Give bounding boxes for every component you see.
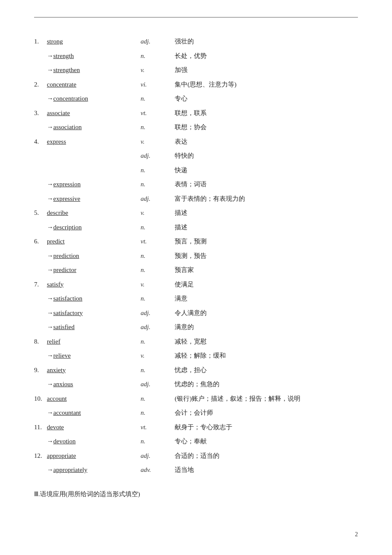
deriv-word[interactable]: →devotion	[47, 434, 141, 449]
entry-pos: adj.	[141, 149, 175, 163]
entry-pos: v.	[141, 135, 175, 149]
vocabulary-table: 1.strongadj.强壮的→strengthn.长处，优势→strength…	[34, 35, 358, 477]
deriv-word[interactable]: →satisfied	[47, 320, 141, 335]
deriv-word[interactable]: →satisfaction	[47, 292, 141, 306]
table-row: →expressiveadj.富于表情的；有表现力的	[34, 192, 358, 206]
entry-word[interactable]: predict	[47, 234, 141, 249]
entry-word[interactable]: relief	[47, 335, 141, 349]
deriv-word[interactable]: →strengthen	[47, 63, 141, 78]
table-row: →satisfactionn.满意	[34, 292, 358, 306]
entry-meaning: 特快的	[175, 149, 358, 163]
entry-pos: v.	[141, 278, 175, 292]
page-number: 2	[355, 531, 358, 538]
deriv-empty	[34, 377, 47, 392]
entry-word[interactable]: describe	[47, 206, 141, 220]
entry-number: 7.	[34, 278, 47, 292]
table-row: 10.accountn.(银行)账户；描述，叙述；报告；解释，说明	[34, 392, 358, 406]
entry-number: 3.	[34, 106, 47, 121]
deriv-empty	[34, 192, 47, 206]
table-row: →concentrationn.专心	[34, 92, 358, 106]
deriv-pos: n.	[141, 92, 175, 106]
entry-pos: adj.	[141, 35, 175, 49]
entry-word[interactable]: appropriate	[47, 449, 141, 463]
entry-word[interactable]: strong	[47, 35, 141, 49]
deriv-pos: n.	[141, 249, 175, 263]
entry-pos: vi.	[141, 78, 175, 92]
table-row: 12.appropriateadj.合适的；适当的	[34, 449, 358, 463]
deriv-empty	[34, 63, 47, 78]
deriv-empty	[34, 249, 47, 263]
deriv-word[interactable]: →concentration	[47, 92, 141, 106]
entry-pos: n.	[141, 163, 175, 178]
deriv-empty	[34, 49, 47, 64]
entry-number: 2.	[34, 78, 47, 92]
deriv-empty	[34, 406, 47, 420]
deriv-pos: n.	[141, 434, 175, 449]
deriv-pos: n.	[141, 177, 175, 192]
deriv-empty	[34, 349, 47, 363]
entry-word[interactable]: devote	[47, 420, 141, 435]
deriv-meaning: 富于表情的；有表现力的	[175, 192, 358, 206]
table-row: →strengthn.长处，优势	[34, 49, 358, 64]
deriv-meaning: 满意	[175, 292, 358, 306]
deriv-word[interactable]: →anxious	[47, 377, 141, 392]
entry-number: 11.	[34, 420, 47, 435]
top-divider	[34, 17, 358, 17]
deriv-word[interactable]: →expression	[47, 177, 141, 192]
table-row: →associationn.联想；协会	[34, 120, 358, 135]
deriv-word[interactable]: →association	[47, 120, 141, 135]
deriv-word[interactable]: →satisfactory	[47, 306, 141, 321]
entry-number: 4.	[34, 135, 47, 149]
entry-pos: vt.	[141, 234, 175, 249]
table-row: →expressionn.表情；词语	[34, 177, 358, 192]
table-row: 6.predictvt.预言，预测	[34, 234, 358, 249]
table-row: 2.concentratevi.集中(思想、注意力等)	[34, 78, 358, 92]
section-footer: Ⅲ.语境应用(用所给词的适当形式填空)	[34, 490, 358, 498]
deriv-pos: adv.	[141, 463, 175, 477]
deriv-pos: adj.	[141, 320, 175, 335]
deriv-word[interactable]: →predictor	[47, 263, 141, 278]
deriv-meaning: 预测，预告	[175, 249, 358, 263]
entry-word[interactable]: associate	[47, 106, 141, 121]
deriv-meaning: 减轻；解除；缓和	[175, 349, 358, 363]
entry-pos: adj.	[141, 449, 175, 463]
entry-word[interactable]: concentrate	[47, 78, 141, 92]
entry-pos: n.	[141, 335, 175, 349]
deriv-pos: adj.	[141, 192, 175, 206]
deriv-meaning: 适当地	[175, 463, 358, 477]
table-row: n.快递	[34, 163, 358, 178]
deriv-meaning: 会计；会计师	[175, 406, 358, 420]
entry-word[interactable]: account	[47, 392, 141, 406]
deriv-meaning: 描述	[175, 220, 358, 235]
deriv-word[interactable]: →appropriately	[47, 463, 141, 477]
deriv-word[interactable]: →expressive	[47, 192, 141, 206]
entry-word[interactable]: express	[47, 135, 141, 149]
entry-word-empty	[47, 149, 141, 163]
entry-number: 6.	[34, 234, 47, 249]
deriv-empty	[34, 120, 47, 135]
deriv-meaning: 专心	[175, 92, 358, 106]
deriv-meaning: 忧虑的；焦急的	[175, 377, 358, 392]
entry-meaning: 表达	[175, 135, 358, 149]
entry-number: 10.	[34, 392, 47, 406]
deriv-meaning: 联想；协会	[175, 120, 358, 135]
table-row: 1.strongadj.强壮的	[34, 35, 358, 49]
deriv-pos: v.	[141, 349, 175, 363]
entry-meaning: 快递	[175, 163, 358, 178]
entry-meaning: 减轻，宽慰	[175, 335, 358, 349]
deriv-empty	[34, 434, 47, 449]
deriv-pos: n.	[141, 120, 175, 135]
deriv-word[interactable]: →prediction	[47, 249, 141, 263]
deriv-word[interactable]: →strength	[47, 49, 141, 64]
table-row: adj.特快的	[34, 149, 358, 163]
deriv-word[interactable]: →relieve	[47, 349, 141, 363]
entry-word[interactable]: anxiety	[47, 363, 141, 378]
deriv-word[interactable]: →accountant	[47, 406, 141, 420]
entry-pos: vt.	[141, 420, 175, 435]
entry-meaning: 忧虑，担心	[175, 363, 358, 378]
deriv-empty	[34, 463, 47, 477]
deriv-pos: n.	[141, 220, 175, 235]
table-row: →anxiousadj.忧虑的；焦急的	[34, 377, 358, 392]
deriv-word[interactable]: →description	[47, 220, 141, 235]
entry-word[interactable]: satisfy	[47, 278, 141, 292]
